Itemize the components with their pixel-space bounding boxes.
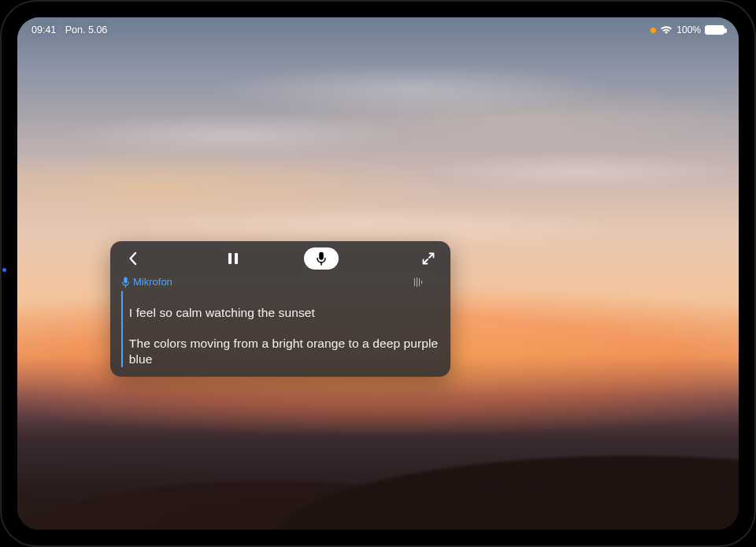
live-captions-body: Mikrofon I feel so calm watching the sun…	[110, 274, 450, 377]
back-button[interactable]	[121, 247, 143, 270]
caption-line-1: I feel so calm watching the sunset	[129, 306, 315, 319]
caption-source-row: Mikrofon	[121, 276, 439, 288]
chevron-left-icon	[128, 251, 138, 266]
pause-button[interactable]	[222, 247, 244, 270]
caption-line-2: The colors moving from a bright orange t…	[129, 337, 438, 366]
svg-rect-2	[319, 252, 324, 260]
status-bar-right: 100%	[650, 24, 724, 35]
caption-source-label: Mikrofon	[121, 276, 172, 288]
live-captions-toolbar	[110, 241, 450, 274]
expand-button[interactable]	[417, 247, 439, 270]
wifi-icon	[660, 25, 673, 35]
status-bar: 09:41 Pon. 5.06 100%	[17, 22, 739, 38]
microphone-toggle-button[interactable]	[304, 247, 339, 270]
ipad-screen: 09:41 Pon. 5.06 100%	[17, 17, 739, 530]
caption-accent-rule	[121, 291, 123, 367]
svg-rect-0	[228, 253, 232, 264]
caption-text: I feel so calm watching the sunset The c…	[129, 289, 439, 367]
audio-waveform-icon	[395, 277, 439, 287]
svg-rect-3	[124, 277, 127, 283]
microphone-small-icon	[121, 277, 130, 288]
pause-icon	[228, 252, 239, 265]
live-captions-panel[interactable]: Mikrofon I feel so calm watching the sun…	[110, 241, 450, 377]
svg-rect-1	[235, 253, 238, 264]
expand-icon	[422, 252, 435, 265]
caption-source-text: Mikrofon	[133, 276, 172, 288]
side-indicator-dot	[2, 268, 6, 272]
caption-transcript: I feel so calm watching the sunset The c…	[121, 289, 439, 367]
ipad-device-frame: 09:41 Pon. 5.06 100%	[0, 0, 756, 547]
microphone-icon	[316, 251, 327, 266]
mic-in-use-indicator-icon	[650, 28, 656, 33]
status-date: Pon. 5.06	[65, 24, 108, 35]
battery-percent: 100%	[676, 24, 701, 35]
status-time: 09:41	[32, 24, 56, 35]
battery-icon	[705, 25, 724, 35]
status-bar-left: 09:41 Pon. 5.06	[32, 24, 113, 35]
